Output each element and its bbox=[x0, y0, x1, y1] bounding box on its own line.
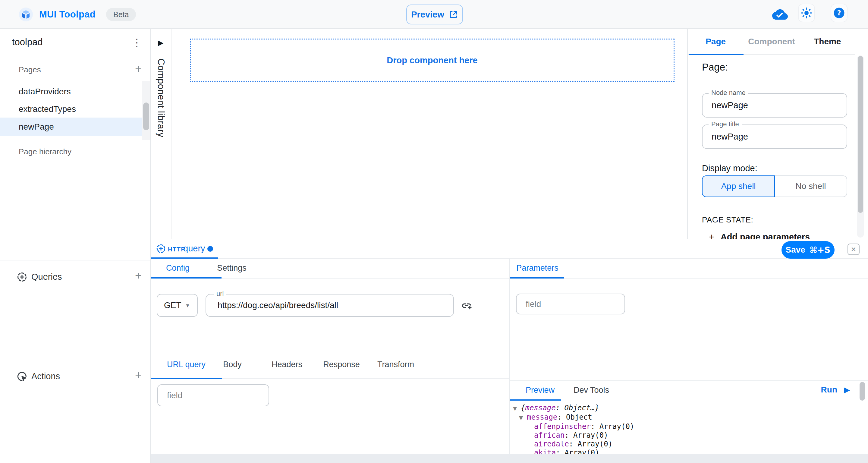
unsaved-changes-dot bbox=[207, 246, 213, 252]
add-page-parameters-button[interactable]: + Add page parameters bbox=[709, 232, 810, 239]
help-button[interactable]: ? bbox=[831, 4, 847, 22]
tab-component[interactable]: Component bbox=[744, 29, 799, 54]
component-library-panel[interactable]: ▶ Component library bbox=[151, 29, 172, 239]
cloud-synced-icon bbox=[772, 7, 788, 22]
pages-section-label: Pages bbox=[19, 65, 41, 74]
inspector-heading: Page: bbox=[702, 61, 728, 73]
add-binding-link-icon[interactable] bbox=[461, 300, 472, 312]
result-scrollbar[interactable] bbox=[860, 381, 866, 463]
sidebar-item-extractedtypes[interactable]: extractedTypes bbox=[0, 101, 142, 118]
tree-key: message bbox=[525, 404, 555, 412]
inspector-scrollbar-thumb[interactable] bbox=[858, 56, 863, 213]
tab-preview[interactable]: Preview bbox=[526, 385, 555, 395]
tab-config[interactable]: Config bbox=[166, 264, 190, 273]
save-button[interactable]: Save ⌘+S bbox=[781, 241, 835, 259]
page-title-input[interactable] bbox=[702, 124, 847, 149]
toggle-app-shell[interactable]: App shell bbox=[702, 176, 775, 197]
add-action-button[interactable]: + bbox=[132, 369, 145, 381]
close-panel-button[interactable]: × bbox=[847, 244, 860, 255]
toggle-no-shell[interactable]: No shell bbox=[775, 176, 847, 197]
request-section-tabs: URL query Body Headers Response Transfor… bbox=[151, 355, 509, 379]
help-icon: ? bbox=[833, 7, 845, 19]
http-method-value: GET bbox=[164, 301, 181, 310]
run-label: Run bbox=[821, 385, 837, 395]
page-hierarchy-label: Page hierarchy bbox=[19, 147, 71, 156]
tree-row: airedale: Array(0) bbox=[513, 440, 844, 449]
tree-value: : Array(0) bbox=[569, 440, 613, 449]
explorer-sidebar: toolpad ⋮ Pages + dataProviders extracte… bbox=[0, 29, 151, 463]
preview-button[interactable]: Preview bbox=[406, 4, 463, 24]
sidebar-item-newpage[interactable]: newPage bbox=[0, 118, 142, 136]
page-canvas: Drop component here bbox=[172, 29, 687, 239]
page-item-label: extractedTypes bbox=[19, 104, 76, 114]
url-label: url bbox=[214, 290, 226, 298]
expand-arrow-icon[interactable]: ▼ bbox=[513, 404, 521, 413]
http-method-select[interactable]: GET ▾ bbox=[157, 294, 198, 317]
expand-arrow-icon[interactable]: ▼ bbox=[519, 413, 527, 422]
project-menu-kebab-icon[interactable]: ⋮ bbox=[131, 36, 143, 50]
tab-theme[interactable]: Theme bbox=[800, 29, 855, 54]
active-tab-indicator bbox=[151, 378, 222, 379]
theme-toggle-button[interactable] bbox=[798, 4, 815, 22]
horizontal-scrollbar[interactable] bbox=[151, 454, 868, 463]
active-tab-indicator bbox=[510, 277, 564, 279]
tree-key: african bbox=[534, 431, 564, 440]
brightness-sun-icon bbox=[801, 7, 812, 19]
config-tabs: Config Settings bbox=[151, 259, 509, 279]
pages-list-scrollbar[interactable] bbox=[142, 81, 150, 140]
tab-response[interactable]: Response bbox=[323, 360, 360, 369]
tab-body[interactable]: Body bbox=[223, 360, 242, 369]
url-query-field-input[interactable] bbox=[157, 384, 269, 406]
save-label: Save bbox=[785, 245, 805, 255]
svg-text:?: ? bbox=[837, 9, 841, 17]
tab-parameters[interactable]: Parameters bbox=[516, 264, 558, 273]
pages-list-scrollbar-thumb[interactable] bbox=[143, 102, 149, 130]
url-input[interactable] bbox=[206, 294, 454, 317]
toolpad-app-window: MUI Toolpad Beta Preview bbox=[0, 0, 868, 463]
active-tab-indicator bbox=[151, 277, 221, 279]
inspector-panel: Page Component Theme Page: Node name Pag… bbox=[687, 29, 868, 239]
project-row: toolpad ⋮ bbox=[0, 29, 150, 56]
project-name: toolpad bbox=[12, 37, 43, 48]
add-query-button[interactable]: + bbox=[132, 270, 145, 282]
divider bbox=[0, 260, 150, 260]
tree-value: : Object…} bbox=[556, 404, 599, 412]
page-title-field: Page title bbox=[702, 124, 847, 149]
query-editor-tab[interactable]: HTTP query bbox=[151, 239, 218, 259]
expand-library-arrow-icon[interactable]: ▶ bbox=[158, 38, 163, 47]
add-page-button[interactable]: + bbox=[132, 63, 145, 75]
save-shortcut: ⌘+S bbox=[809, 245, 831, 255]
divider bbox=[702, 209, 841, 209]
tree-key: airedale bbox=[534, 440, 569, 449]
action-cursor-icon bbox=[16, 371, 28, 382]
tab-page[interactable]: Page bbox=[688, 29, 744, 54]
run-query-button[interactable]: Run ▶ bbox=[821, 385, 850, 395]
tab-settings[interactable]: Settings bbox=[217, 264, 247, 273]
tab-dev-tools[interactable]: Dev Tools bbox=[574, 385, 609, 395]
inspector-tabs: Page Component Theme bbox=[688, 29, 855, 55]
tree-prefix: { bbox=[521, 404, 525, 412]
divider bbox=[0, 362, 150, 362]
node-name-input[interactable] bbox=[702, 93, 847, 118]
parameter-field-input[interactable] bbox=[516, 294, 625, 314]
page-title-label: Page title bbox=[709, 120, 742, 128]
component-library-label: Component library bbox=[156, 59, 166, 137]
tree-row: african: Array(0) bbox=[513, 431, 844, 440]
page-item-label: newPage bbox=[19, 122, 54, 132]
sidebar-item-dataproviders[interactable]: dataProviders bbox=[0, 83, 142, 100]
http-query-icon bbox=[156, 243, 166, 254]
node-name-field: Node name bbox=[702, 93, 847, 118]
query-tab-bar: HTTP query Save ⌘+S × bbox=[151, 239, 868, 259]
url-field: url bbox=[206, 294, 454, 317]
result-scrollbar-thumb[interactable] bbox=[860, 382, 865, 401]
page-state-label: PAGE STATE: bbox=[702, 215, 753, 224]
tab-headers[interactable]: Headers bbox=[272, 360, 302, 369]
app-title: MUI Toolpad bbox=[39, 9, 96, 20]
inspector-scrollbar[interactable] bbox=[857, 56, 864, 238]
toolpad-logo-icon bbox=[19, 7, 33, 22]
component-dropzone[interactable]: Drop component here bbox=[190, 38, 675, 82]
tab-transform[interactable]: Transform bbox=[377, 360, 414, 369]
result-tabs: Preview Dev Tools Run ▶ bbox=[510, 381, 868, 400]
query-name-label: query bbox=[183, 244, 205, 253]
tab-url-query[interactable]: URL query bbox=[167, 360, 206, 369]
